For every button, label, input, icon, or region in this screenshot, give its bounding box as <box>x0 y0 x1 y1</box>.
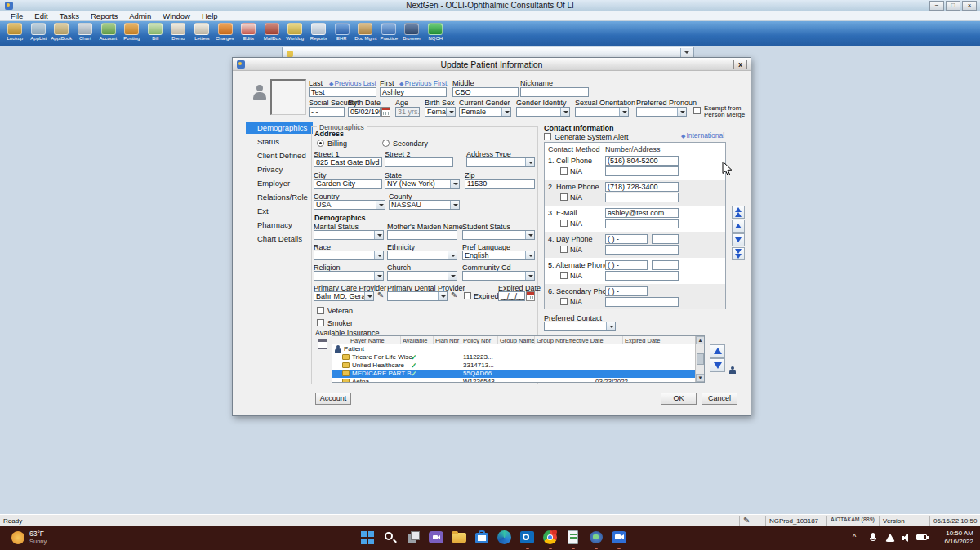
pref-language-select[interactable]: English <box>462 251 535 260</box>
toolbar-button-edits[interactable]: Edits <box>237 21 261 46</box>
sidebar-item-privacy[interactable]: Privacy <box>246 163 313 175</box>
secondary-phone-input[interactable]: ( ) - <box>605 286 648 296</box>
toolbar-button-ehr[interactable]: EHR <box>330 21 354 46</box>
dialog-close-button[interactable]: x <box>733 60 747 69</box>
na-checkbox[interactable] <box>560 246 568 253</box>
move-down-button[interactable] <box>732 233 745 246</box>
task-view-icon[interactable] <box>405 530 421 546</box>
email-alt-input[interactable] <box>605 219 679 228</box>
start-button[interactable] <box>359 530 376 546</box>
student-status-select[interactable] <box>462 230 535 240</box>
street1-input[interactable]: 825 East Gate Blvd <box>314 157 382 167</box>
scroll-up-icon[interactable]: ▲ <box>696 336 705 344</box>
calendar-icon[interactable] <box>526 291 535 301</box>
toolbar-button-lookup[interactable]: Lookup <box>3 21 27 46</box>
pcp-select[interactable]: Bahr MD, Gerald S <box>314 291 374 301</box>
file-explorer-icon[interactable] <box>451 530 467 546</box>
toolbar-button-browser[interactable]: Browser <box>400 21 424 46</box>
church-select[interactable] <box>387 271 457 281</box>
weather-temp[interactable]: 63°F <box>29 530 44 538</box>
ethnicity-select[interactable] <box>387 251 457 260</box>
maximize-button[interactable]: □ <box>946 1 960 11</box>
state-select[interactable]: NY (New York) <box>385 179 460 189</box>
sidebar-item-relations-role[interactable]: Relations/Role <box>246 191 313 203</box>
current-gender-select[interactable]: Female <box>459 107 511 117</box>
move-top-button[interactable] <box>732 206 745 219</box>
na-checkbox[interactable] <box>560 298 568 305</box>
edit-pencil-icon[interactable]: ✎ <box>451 291 457 299</box>
international-link[interactable]: ◆International <box>681 132 724 140</box>
menu-item-window[interactable]: Window <box>157 11 196 20</box>
middle-name-input[interactable]: CBO <box>452 87 519 97</box>
teams-icon[interactable] <box>611 530 627 546</box>
gender-identity-select[interactable] <box>516 107 570 117</box>
calendar-icon[interactable] <box>381 107 390 117</box>
menu-item-edit[interactable]: Edit <box>29 11 53 20</box>
chat-icon[interactable] <box>428 530 444 546</box>
clock[interactable]: 10:50 AM6/16/2022 <box>944 530 973 546</box>
veteran-checkbox[interactable] <box>317 307 324 314</box>
toolbar-button-account[interactable]: Account <box>96 21 120 46</box>
first-name-input[interactable]: Ashley <box>380 87 447 97</box>
na-checkbox[interactable] <box>560 220 568 227</box>
move-up-button[interactable] <box>732 220 745 233</box>
menu-item-admin[interactable]: Admin <box>123 11 157 20</box>
toolbar-button-posting[interactable]: Posting <box>120 21 144 46</box>
city-input[interactable]: Garden City <box>314 179 382 189</box>
chrome-icon[interactable] <box>542 530 559 546</box>
home-phone-alt-input[interactable] <box>605 193 679 202</box>
nextgen-doc-icon[interactable] <box>565 530 581 546</box>
ok-button[interactable]: OK <box>661 393 697 405</box>
toolbar-button-chart[interactable]: Chart <box>74 21 97 46</box>
toolbar-button-docmgmt[interactable]: Doc Mgmt <box>354 21 377 46</box>
move-bottom-button[interactable] <box>732 247 745 260</box>
search-icon[interactable] <box>382 530 399 546</box>
last-name-input[interactable]: Test <box>309 87 376 97</box>
preferred-contact-select[interactable] <box>544 322 616 331</box>
menu-item-help[interactable]: Help <box>196 11 224 20</box>
na-checkbox[interactable] <box>560 193 568 201</box>
edge-icon[interactable] <box>497 530 513 546</box>
toolbar-button-demo[interactable]: Demo <box>167 21 190 46</box>
cancel-button[interactable]: Cancel <box>702 393 737 405</box>
sidebar-item-ext[interactable]: Ext <box>246 205 313 217</box>
country-select[interactable]: USA <box>314 200 385 210</box>
county-select[interactable]: NASSAU <box>389 200 460 210</box>
day-phone-alt-input[interactable] <box>605 245 679 255</box>
insurance-scrollbar[interactable]: ▲ ▼ <box>695 336 704 382</box>
zip-input[interactable]: 11530- <box>465 179 535 189</box>
menu-item-reports[interactable]: Reports <box>85 11 123 20</box>
column-plan-nbr[interactable]: Plan Nbr <box>435 337 459 344</box>
previous-last-link[interactable]: ◆Previous Last <box>329 80 376 87</box>
outlook-icon[interactable] <box>519 530 536 546</box>
table-row[interactable]: United Healthcare ✓ 3314713... <box>332 361 696 370</box>
ssn-input[interactable]: - - <box>309 107 345 117</box>
secondary-phone-alt-input[interactable] <box>605 297 679 307</box>
smoker-checkbox[interactable] <box>317 319 324 326</box>
minimize-button[interactable]: − <box>929 1 944 11</box>
toolbar-button-mailbox[interactable]: MailBox <box>261 21 284 46</box>
marital-status-select[interactable] <box>314 230 384 240</box>
address-type-select[interactable] <box>466 157 535 167</box>
email-input[interactable]: ashley@test.com <box>605 208 679 218</box>
preferred-pronoun-select[interactable] <box>636 107 687 117</box>
scroll-down-icon[interactable]: ▼ <box>696 374 705 382</box>
toolbar-button-bill[interactable]: Bill <box>144 21 167 46</box>
edit-pencil-icon[interactable]: ✎ <box>377 291 384 299</box>
nextgen-app-icon[interactable] <box>588 530 604 546</box>
insurance-move-down-button[interactable] <box>710 358 725 372</box>
table-row[interactable]: Patient <box>332 345 696 353</box>
sidebar-item-employer[interactable]: Employer <box>246 177 313 189</box>
toolbar-button-nqch[interactable]: NQCH <box>424 21 448 46</box>
toolbar-button-letters[interactable]: Letters <box>190 21 214 46</box>
race-select[interactable] <box>314 251 384 260</box>
nickname-input[interactable] <box>520 87 589 97</box>
sidebar-item-status[interactable]: Status <box>246 135 313 148</box>
religion-select[interactable] <box>314 271 384 281</box>
column-available[interactable]: Available <box>403 337 427 344</box>
table-row-selected[interactable]: MEDICARE PART B ✓ 55QAD66... <box>332 370 696 378</box>
person-arrow-icon[interactable] <box>729 366 736 374</box>
sidebar-item-client-defined[interactable]: Client Defined <box>246 149 313 162</box>
account-button[interactable]: Account <box>315 393 351 405</box>
patient-photo-frame[interactable] <box>270 79 306 115</box>
